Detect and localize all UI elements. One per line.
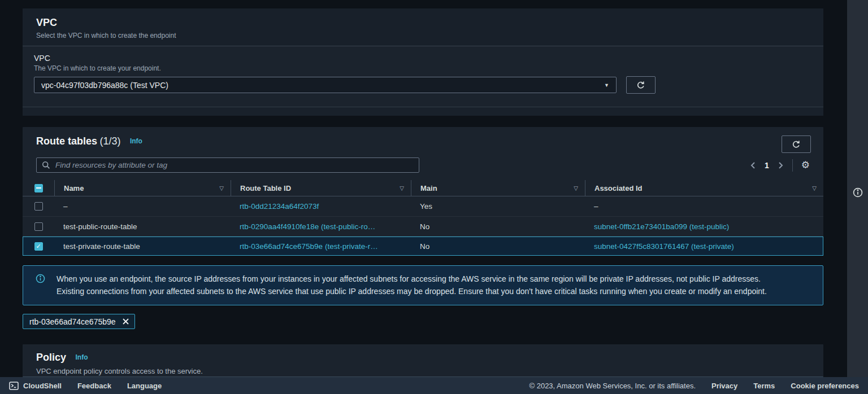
vpc-section-description: Select the VPC in which to create the en… (36, 32, 810, 40)
column-header-name[interactable]: Name ▽ (54, 180, 231, 196)
route-tables-count: (1/3) (99, 135, 120, 147)
column-header-main[interactable]: Main ▽ (411, 180, 585, 196)
vpc-section-footer (23, 107, 823, 116)
chevron-right-icon (778, 161, 784, 169)
route-tables-section: Route tables (1/3) Info 1 (23, 127, 823, 256)
vpc-section-title: VPC (36, 17, 57, 28)
cell-name: test-public-route-table (54, 222, 231, 231)
cell-route-table-id[interactable]: rtb-03e66ad74ce675b9e (test-private-r… (240, 242, 378, 251)
select-all-cell (23, 180, 54, 196)
vpc-select[interactable]: vpc-04c97f03db796a88c (Test VPC) ▼ (34, 77, 617, 93)
cell-main: No (411, 242, 585, 251)
sort-icon: ▽ (574, 185, 578, 191)
gear-icon: ⚙ (801, 160, 810, 170)
cell-associated-id[interactable]: subnet-0427f5c8301761467 (test-private) (594, 242, 734, 251)
cell-name: test-private-route-table (54, 242, 231, 251)
privacy-link[interactable]: Privacy (711, 382, 737, 390)
pagination-page-1[interactable]: 1 (765, 161, 769, 170)
vpc-section-header: VPC Select the VPC in which to create th… (23, 8, 823, 46)
row-checkbox[interactable] (34, 242, 43, 251)
remove-token-icon[interactable] (122, 318, 129, 325)
cell-associated-id: – (594, 202, 598, 211)
policy-info-link[interactable]: Info (75, 353, 88, 361)
info-icon (853, 187, 863, 198)
route-tables-title: Route tables (36, 135, 97, 147)
chevron-left-icon (750, 161, 756, 169)
cell-main: No (411, 222, 585, 231)
route-tables-refresh-button[interactable] (782, 135, 811, 153)
token-label: rtb-03e66ad74ce675b9e (29, 317, 116, 326)
vpc-refresh-button[interactable] (626, 76, 656, 94)
route-tables-info-link[interactable]: Info (130, 137, 142, 145)
refresh-icon (636, 81, 645, 90)
help-panel-strip (847, 0, 868, 377)
search-input[interactable] (54, 160, 414, 170)
alert-text-line-2: Existing connections from your affected … (57, 285, 813, 297)
table-row[interactable]: test-private-route-table rtb-03e66ad74ce… (23, 236, 823, 256)
cookie-preferences-link[interactable]: Cookie preferences (791, 382, 859, 390)
table-preferences-button[interactable]: ⚙ (801, 160, 810, 170)
vpc-section: VPC Select the VPC in which to create th… (23, 8, 823, 116)
row-checkbox[interactable] (34, 202, 43, 211)
policy-section: Policy Info VPC endpoint policy controls… (23, 344, 823, 377)
column-header-route-table-id[interactable]: Route Table ID ▽ (231, 180, 411, 196)
toolbar-divider (792, 159, 793, 172)
table-row[interactable]: – rtb-0dd21234a64f2073f Yes – (23, 196, 823, 216)
cell-associated-id[interactable]: subnet-0ffb21e73401ba099 (test-public) (594, 222, 729, 231)
info-icon (36, 274, 45, 283)
route-table-body: – rtb-0dd21234a64f2073f Yes – test-publi… (23, 196, 823, 256)
pagination-next-button[interactable] (778, 161, 784, 169)
terms-link[interactable]: Terms (753, 382, 775, 390)
console-footer: CloudShell Feedback Language © 2023, Ama… (0, 377, 868, 394)
cloudshell-button[interactable]: CloudShell (9, 382, 62, 390)
select-all-checkbox[interactable] (34, 184, 43, 192)
cell-name: – (54, 202, 231, 211)
pagination-previous-button[interactable] (750, 161, 756, 169)
cell-main: Yes (411, 202, 585, 211)
policy-section-description: VPC endpoint policy controls access to t… (36, 367, 810, 375)
search-icon (42, 161, 50, 169)
sort-icon: ▽ (219, 185, 224, 191)
endpoint-info-alert: When you use an endpoint, the source IP … (23, 265, 823, 305)
table-row[interactable]: test-public-route-table rtb-0290aa4f4910… (23, 216, 823, 236)
sort-icon: ▽ (400, 185, 404, 191)
vpc-field-label: VPC (34, 54, 823, 63)
chevron-down-icon: ▼ (604, 82, 609, 88)
refresh-icon (792, 140, 801, 149)
vpc-select-value: vpc-04c97f03db796a88c (Test VPC) (41, 81, 168, 90)
cell-route-table-id[interactable]: rtb-0dd21234a64f2073f (240, 202, 319, 211)
policy-section-title: Policy (36, 352, 66, 363)
vpc-field-description: The VPC in which to create your endpoint… (34, 64, 823, 72)
route-tables-title-group: Route tables (1/3) Info (36, 135, 142, 147)
search-box[interactable] (36, 157, 419, 173)
language-button[interactable]: Language (127, 382, 162, 390)
cell-route-table-id[interactable]: rtb-0290aa4f4910fe18e (test-public-ro… (240, 222, 375, 231)
row-checkbox[interactable] (34, 222, 43, 231)
alert-text-line-1: When you use an endpoint, the source IP … (57, 273, 813, 285)
column-header-associated-id[interactable]: Associated Id ▽ (585, 180, 823, 196)
cloudshell-icon (9, 382, 19, 390)
table-header-row: Name ▽ Route Table ID ▽ Main ▽ Associate… (23, 180, 823, 196)
selected-route-table-token: rtb-03e66ad74ce675b9e (23, 314, 135, 329)
copyright-text: © 2023, Amazon Web Services, Inc. or its… (529, 382, 696, 390)
feedback-button[interactable]: Feedback (77, 382, 111, 390)
help-panel-info-button[interactable] (853, 7, 863, 377)
sort-icon: ▽ (812, 185, 817, 191)
